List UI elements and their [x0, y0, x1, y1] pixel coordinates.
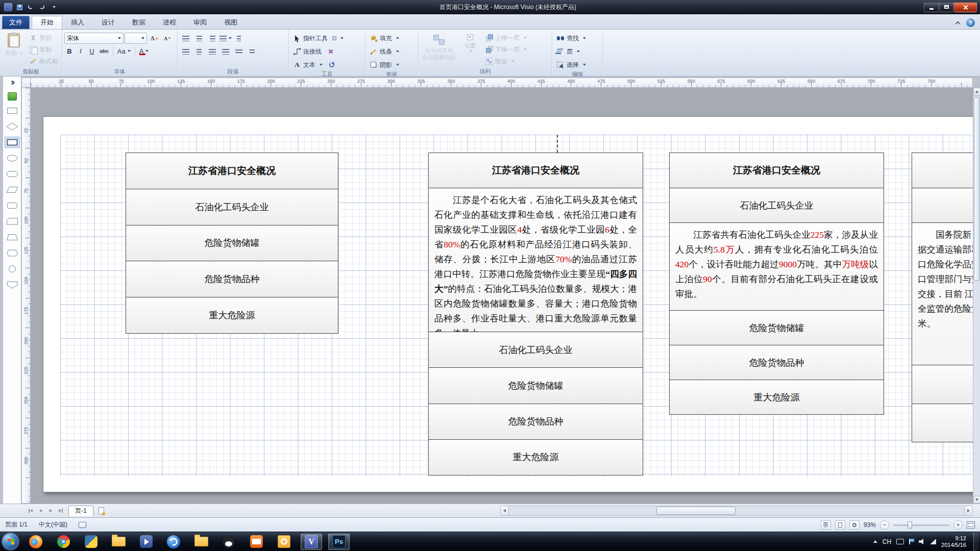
scroll-down-button[interactable]	[973, 496, 980, 504]
line-spacing-button[interactable]	[219, 33, 232, 44]
indent-decrease-button[interactable]	[193, 33, 205, 44]
insert-page-button[interactable]	[96, 506, 107, 516]
find-button[interactable]: 查找	[554, 33, 601, 44]
slider-thumb[interactable]	[908, 521, 912, 529]
start-button[interactable]	[2, 533, 19, 550]
stencil-shape-bold-rectangle[interactable]	[5, 137, 20, 148]
help-button[interactable]: ?	[966, 18, 975, 27]
cut-button[interactable]: 剪切	[27, 32, 60, 43]
first-page-button[interactable]	[26, 506, 35, 515]
python-taskbar-icon[interactable]	[80, 534, 102, 550]
layers-button[interactable]: 层	[554, 46, 601, 57]
tab-insert[interactable]: 插入	[62, 16, 93, 29]
stencil-category-icon[interactable]	[8, 92, 17, 101]
indent-increase-button[interactable]	[206, 33, 218, 44]
minimize-button[interactable]	[924, 3, 939, 12]
view-normal-button[interactable]	[821, 520, 831, 530]
save-button[interactable]	[15, 4, 23, 11]
shrink-font-button[interactable]: A	[161, 33, 174, 44]
qq-taskbar-icon[interactable]	[218, 534, 239, 550]
media-player-taskbar-icon[interactable]	[135, 534, 157, 550]
strikethrough-button[interactable]: abc	[98, 46, 110, 56]
scroll-right-button[interactable]	[964, 506, 972, 515]
network-icon[interactable]	[930, 539, 936, 544]
panel-regulations-partial[interactable]: 国务院新《据交通运输部和口危险化学品安口管理部门与安交接，目前 江苏全监管的危险…	[912, 153, 973, 442]
previous-page-button[interactable]	[36, 506, 45, 515]
italic-button[interactable]: I	[76, 46, 86, 56]
flow-box[interactable]: 危险货物品种	[428, 404, 643, 440]
explorer-taskbar-icon[interactable]	[108, 534, 129, 550]
panel-province-intro[interactable]: 江苏省港口安全概况 江苏是个石化大省，石油化工码头及其仓储式石化产业的基础支撑和…	[428, 153, 643, 475]
stencil-shape-hexagon[interactable]	[5, 247, 20, 259]
drawing-page[interactable]: 江苏省港口安全概况 石油化工码头企业 危险货物储罐 危险货物品种 重大危险源 江…	[43, 116, 973, 492]
group-button[interactable]: 组合	[483, 56, 529, 67]
underline-button[interactable]: U	[87, 46, 97, 56]
horizontal-ruler[interactable]: 2550751001251501752002252502753003253503…	[31, 78, 973, 88]
flow-box[interactable]: 江苏省港口安全概况	[428, 153, 643, 188]
visio-app-icon[interactable]	[4, 3, 12, 11]
photoshop-taskbar-icon[interactable]: Ps	[328, 534, 350, 550]
page-tab[interactable]: 页-1	[68, 506, 93, 516]
stencil-shape-shield[interactable]	[5, 279, 20, 290]
stencil-shape-rounded-rectangle[interactable]	[5, 200, 20, 211]
copy-button[interactable]: 复制	[27, 44, 60, 55]
qat-customize-dropdown[interactable]	[49, 4, 57, 11]
documents-folder-taskbar-icon[interactable]	[190, 534, 212, 550]
format-painter-button[interactable]: 格式刷	[27, 56, 60, 67]
stencil-shape-diamond[interactable]	[5, 121, 20, 132]
flow-box[interactable]: 危险货物储罐	[126, 225, 338, 262]
tab-view[interactable]: 视图	[215, 16, 246, 29]
zoom-slider[interactable]	[893, 520, 949, 530]
connector-tool-button[interactable]: 连接线	[291, 46, 324, 57]
stencil-shape-circle[interactable]	[5, 263, 20, 274]
stencil-shape-rectangle[interactable]	[5, 105, 20, 116]
visio-taskbar-icon[interactable]: V	[301, 534, 322, 550]
bring-forward-button[interactable]: 上移一层	[483, 32, 529, 43]
firefox-taskbar-icon[interactable]	[25, 534, 46, 550]
change-case-button[interactable]: Aa	[116, 46, 132, 56]
chrome-taskbar-icon[interactable]	[53, 534, 74, 550]
clock[interactable]: 9:12 2014/5/16	[941, 535, 968, 548]
flow-box[interactable]	[912, 153, 973, 188]
vertical-ruler[interactable]: 255075100125150175200225250275300	[21, 88, 31, 504]
send-backward-button[interactable]: 下移一层	[483, 44, 529, 55]
internet-explorer-taskbar-icon[interactable]	[163, 534, 184, 550]
flow-box[interactable]: 危险货物储罐	[428, 367, 643, 404]
panel-terminal-companies[interactable]: 江苏省港口安全概况 石油化工码头企业 江苏省共有石油化工码头企业225家，涉及从…	[669, 153, 884, 415]
tab-process[interactable]: 进程	[154, 16, 185, 29]
drawing-canvas[interactable]: 江苏省港口安全概况 石油化工码头企业 危险货物储罐 危险货物品种 重大危险源 江…	[31, 88, 973, 504]
align-right-button[interactable]	[206, 46, 218, 57]
flow-box[interactable]	[912, 365, 973, 404]
horizontal-scroll-thumb[interactable]	[656, 507, 736, 515]
line-button[interactable]: 线条	[368, 46, 416, 57]
tab-design[interactable]: 设计	[93, 16, 124, 29]
text-tool-button[interactable]: A 文本	[291, 59, 325, 70]
connection-point-button[interactable]	[325, 46, 337, 57]
next-page-button[interactable]	[46, 506, 55, 515]
volume-icon[interactable]	[919, 539, 925, 545]
paste-button[interactable]: 粘贴	[2, 31, 26, 68]
fill-button[interactable]: 填充	[368, 33, 416, 44]
tab-review[interactable]: 审阅	[185, 16, 215, 29]
keyboard-layout-icon[interactable]	[896, 539, 904, 544]
flow-box[interactable]: 石油化工码头企业	[126, 189, 338, 226]
bold-button[interactable]: B	[64, 46, 75, 56]
vertical-scrollbar[interactable]	[973, 88, 980, 504]
flow-box[interactable]: 重大危险源	[126, 297, 338, 334]
font-size-select[interactable]	[125, 33, 147, 44]
panel-overview-menu[interactable]: 江苏省港口安全概况 石油化工码头企业 危险货物储罐 危险货物品种 重大危险源	[126, 153, 338, 334]
flow-box[interactable]	[912, 404, 973, 443]
stencil-shape-ellipse[interactable]	[5, 153, 20, 164]
pointer-options-dropdown[interactable]	[331, 33, 343, 44]
horizontal-scroll-track[interactable]	[509, 506, 964, 515]
close-button[interactable]	[954, 3, 977, 12]
show-desktop-button[interactable]	[973, 532, 979, 551]
stencil-shape-trapezoid[interactable]	[5, 232, 20, 243]
flow-box[interactable]: 危险货物品种	[669, 345, 884, 380]
redo-button[interactable]	[38, 4, 46, 11]
align-middle-button[interactable]	[246, 46, 258, 57]
align-top-button[interactable]	[233, 46, 245, 57]
flow-box[interactable]: 危险货物储罐	[669, 310, 884, 345]
regulations-paragraph[interactable]: 国务院新《据交通运输部和口危险化学品安口管理部门与安交接，目前 江苏全监管的危险…	[912, 222, 973, 365]
tab-data[interactable]: 数据	[124, 16, 154, 29]
